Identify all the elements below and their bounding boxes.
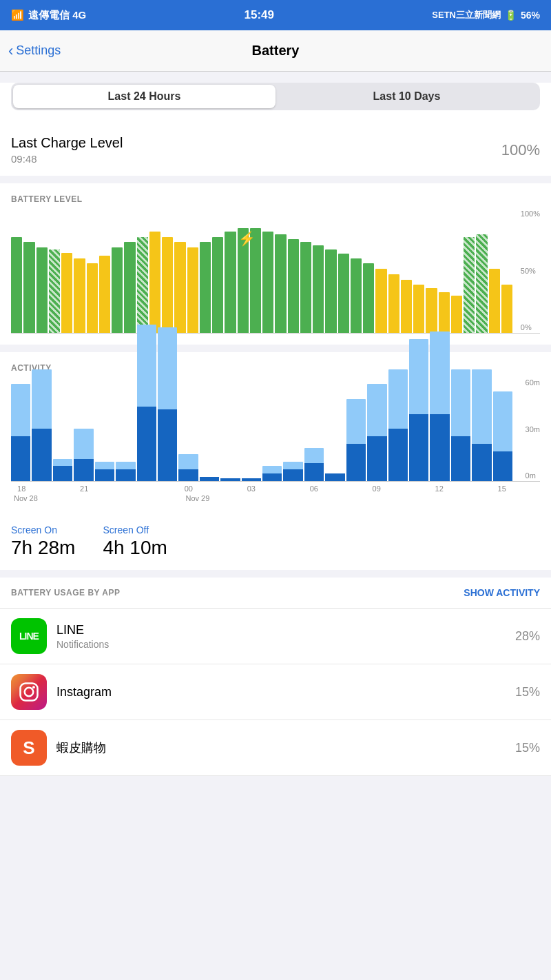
activity-bar-top xyxy=(178,454,198,469)
svg-point-1 xyxy=(25,688,34,697)
battery-bar xyxy=(451,296,462,333)
activity-x-labels: 1821000306091215 xyxy=(11,484,540,493)
screen-on-value: 7h 28m xyxy=(11,537,75,559)
charge-percent: 100% xyxy=(501,141,540,159)
battery-bar xyxy=(112,247,123,333)
activity-bar-top xyxy=(409,339,428,414)
activity-chart: 60m 30m 0m xyxy=(11,378,540,482)
battery-y-axis: 100% 50% 0% xyxy=(521,210,540,333)
page-title: Battery xyxy=(252,43,300,59)
activity-bar-bottom xyxy=(32,429,51,481)
x-axis-label: 09 xyxy=(366,484,387,493)
app-percent: 15% xyxy=(515,741,540,755)
show-activity-button[interactable]: SHOW ACTIVITY xyxy=(464,587,540,598)
activity-bar-bottom xyxy=(472,444,491,481)
activity-bar-bottom xyxy=(220,478,240,481)
battery-chart-section: BATTERY LEVEL 100% 50% 0% ⚡ xyxy=(0,183,551,345)
activity-bar-bottom xyxy=(325,473,344,481)
battery-percent: 56% xyxy=(521,10,540,21)
activity-bar-top xyxy=(430,331,449,414)
x-axis-label: 21 xyxy=(74,484,94,493)
activity-bar-group xyxy=(493,391,512,481)
x-axis-label xyxy=(53,484,74,493)
app-icon: LINE xyxy=(11,618,47,654)
x-axis-label xyxy=(136,484,157,493)
activity-bar-top xyxy=(32,369,51,429)
battery-bar xyxy=(87,263,98,333)
activity-bar-bottom xyxy=(493,451,512,481)
activity-bar-bottom xyxy=(388,429,408,481)
back-label[interactable]: Settings xyxy=(16,43,61,58)
date-nov29: Nov 29 xyxy=(185,494,209,502)
x-axis-label xyxy=(116,484,136,493)
activity-bar-bottom xyxy=(367,436,386,481)
battery-chart: 100% 50% 0% xyxy=(11,210,540,334)
activity-bar-top xyxy=(11,384,30,436)
activity-bar-bottom xyxy=(158,409,177,481)
activity-bar-bottom xyxy=(430,414,449,482)
battery-bar xyxy=(351,258,362,334)
x-axis-label: 00 xyxy=(178,484,199,493)
segment-control[interactable]: Last 24 Hours Last 10 Days xyxy=(11,83,540,110)
activity-bar-top xyxy=(53,459,72,467)
x-axis-label: 03 xyxy=(241,484,262,493)
battery-bar xyxy=(162,237,173,334)
battery-bar xyxy=(174,242,185,333)
activity-bar-top xyxy=(472,369,491,444)
activity-bar-bottom xyxy=(178,469,198,481)
app-sub: Notifications xyxy=(56,639,506,650)
charge-time: 09:48 xyxy=(11,153,123,165)
battery-bar xyxy=(476,234,487,333)
activity-bar-group xyxy=(178,454,198,481)
x-axis-label xyxy=(32,484,52,493)
activity-bar-group xyxy=(95,462,114,481)
battery-bar xyxy=(124,242,135,333)
activity-bar-group xyxy=(472,369,491,481)
battery-bar xyxy=(212,237,223,334)
battery-bar xyxy=(11,237,22,334)
activity-bar-top xyxy=(283,462,302,469)
activity-bar-group xyxy=(74,429,93,481)
back-button[interactable]: ‹ Settings xyxy=(8,42,61,60)
activity-bar-bottom xyxy=(74,459,93,482)
app-row[interactable]: S蝦皮購物15% xyxy=(0,720,551,776)
battery-bar xyxy=(61,253,72,333)
carrier-text: 遠傳電信 4G xyxy=(28,9,86,22)
x-axis-label: 12 xyxy=(429,484,450,493)
battery-bar xyxy=(363,263,374,333)
screen-off-stat: Screen Off 4h 10m xyxy=(103,524,167,559)
date-nov28: Nov 28 xyxy=(14,494,38,502)
activity-bar-bottom xyxy=(116,469,135,481)
activity-chart-section: ACTIVITY 60m 30m 0m 1821000306091215 Nov… xyxy=(0,352,551,570)
status-carrier: 📶 遠傳電信 4G xyxy=(11,9,86,22)
activity-bar-group xyxy=(346,399,366,481)
screen-off-value: 4h 10m xyxy=(103,537,167,559)
x-axis-label xyxy=(220,484,240,493)
battery-bar xyxy=(37,247,48,333)
app-icon: S xyxy=(11,730,47,766)
x-axis-label: 06 xyxy=(304,484,324,493)
svg-point-2 xyxy=(32,686,35,688)
activity-bar-bottom xyxy=(346,444,366,481)
app-name: LINE xyxy=(56,623,506,637)
activity-bar-group xyxy=(388,369,408,481)
app-row[interactable]: LINELINENotifications28% xyxy=(0,609,551,664)
battery-bar xyxy=(401,280,412,334)
x-axis-label xyxy=(408,484,428,493)
activity-bar-bottom xyxy=(11,436,30,481)
segment-10d[interactable]: Last 10 Days xyxy=(276,85,538,108)
nav-bar: ‹ Settings Battery xyxy=(0,30,551,72)
app-row[interactable]: Instagram15% xyxy=(0,664,551,720)
app-percent: 28% xyxy=(515,629,540,644)
activity-bar-bottom xyxy=(451,436,470,481)
screen-on-label: Screen On xyxy=(11,524,75,535)
activity-bar-bottom xyxy=(283,469,302,481)
battery-bar xyxy=(187,247,198,333)
status-time: 15:49 xyxy=(245,8,274,22)
x-axis-label xyxy=(94,484,115,493)
x-axis-label xyxy=(324,484,345,493)
activity-bar-group xyxy=(11,384,30,481)
activity-bar-group xyxy=(53,459,72,481)
segment-24h[interactable]: Last 24 Hours xyxy=(13,85,276,108)
battery-bar xyxy=(137,237,148,334)
